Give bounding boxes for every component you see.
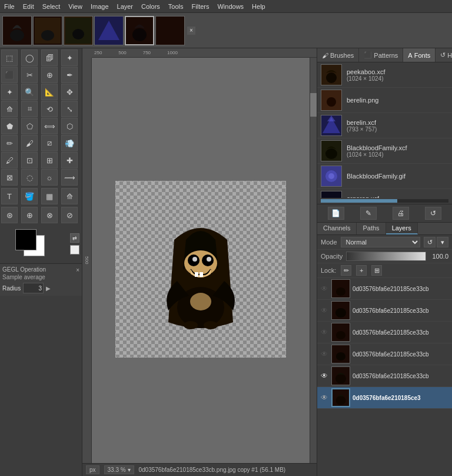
tab-channels[interactable]: Channels	[317, 223, 357, 234]
status-unit[interactable]: px	[86, 465, 99, 474]
tool-zoom[interactable]: 🔍	[21, 84, 38, 100]
tab-paths[interactable]: Paths	[357, 223, 385, 234]
strip-thumb-6[interactable]	[155, 16, 185, 45]
tool-text[interactable]: T	[1, 188, 18, 204]
menu-file[interactable]: File	[0, 2, 19, 11]
menu-view[interactable]: View	[64, 2, 87, 11]
tool-paintbrush[interactable]: 🖌	[21, 135, 38, 151]
tool-blur[interactable]: ◌	[21, 169, 38, 186]
file-item-blackblood-gif[interactable]: BlackbloodFamily.gif	[317, 164, 452, 189]
tool-color-picker[interactable]: ✦	[1, 84, 18, 100]
tab-history[interactable]: ↺ History	[436, 48, 452, 62]
tool-clone[interactable]: ⊞	[41, 152, 58, 168]
lock-btn-alpha[interactable]: +	[356, 265, 367, 276]
tool-extra3[interactable]: ⊗	[41, 207, 58, 223]
layer-item-3[interactable]: 👁 0d03576bfa6e210185ce33cb	[317, 322, 452, 343]
tool-foreground-select[interactable]: ⊕	[41, 67, 58, 83]
mode-select[interactable]: Normal Multiply Screen Overlay Dissolve	[341, 237, 420, 247]
tool-align[interactable]: ⟰	[1, 101, 18, 117]
layer-visibility-1[interactable]: 👁	[320, 284, 329, 293]
tool-free-select[interactable]: 🗐	[41, 49, 58, 66]
menu-filters[interactable]: Filters	[188, 2, 214, 11]
strip-thumb-3[interactable]	[64, 16, 93, 45]
foreground-color-swatch[interactable]	[15, 229, 36, 250]
lock-btn-paint[interactable]: ✏	[341, 265, 351, 276]
menu-layer[interactable]: Layer	[113, 2, 138, 11]
tab-patterns[interactable]: ⬛ Patterns	[359, 48, 403, 62]
layer-item-6[interactable]: 👁 0d03576bfa6e210185ce3	[317, 387, 452, 409]
layer-visibility-5[interactable]: 👁	[320, 371, 329, 381]
tool-fuzzy-select[interactable]: ✦	[61, 49, 78, 66]
layer-item-5[interactable]: 👁 0d03576bfa6e210185ce33cb	[317, 365, 452, 387]
layer-visibility-3[interactable]: 👁	[320, 328, 329, 337]
file-item-berelin-xcf[interactable]: berelin.xcf (793 × 757)	[317, 113, 452, 138]
lock-btn-position[interactable]: ⊞	[371, 265, 382, 276]
gegl-expand-icon[interactable]: ▶	[46, 285, 51, 292]
layer-item-1[interactable]: 👁 0d03576bfa6e210185ce33cb	[317, 278, 452, 300]
canvas-scrollbar-v[interactable]	[310, 58, 317, 463]
layer-visibility-2[interactable]: 👁	[320, 306, 329, 315]
layer-visibility-4[interactable]: 👁	[320, 349, 329, 359]
tab-layers[interactable]: Layers	[386, 223, 418, 234]
strip-thumb-2[interactable]	[33, 16, 62, 45]
menu-tools[interactable]: Tools	[164, 2, 188, 11]
tool-smudge[interactable]: ⟿	[61, 169, 78, 186]
tool-extra4[interactable]: ⊘	[61, 207, 78, 223]
panel-btn-new[interactable]: 📄	[328, 207, 344, 220]
tab-fonts[interactable]: A Fonts	[403, 48, 436, 62]
tool-extra1[interactable]: ⊛	[1, 207, 18, 223]
tool-curves[interactable]: ⟰	[61, 188, 78, 204]
strip-close-button[interactable]: ×	[187, 27, 195, 35]
menu-help[interactable]: Help	[248, 2, 270, 11]
gegl-close[interactable]: ×	[76, 267, 79, 273]
file-item-blackblood-xcf[interactable]: BlackbloodFamily.xcf (1024 × 1024)	[317, 138, 452, 164]
tool-dodge[interactable]: ☼	[41, 169, 58, 186]
tool-rotate[interactable]: ⟲	[41, 101, 58, 117]
strip-thumb-5[interactable]	[125, 16, 154, 45]
tool-move[interactable]: ✥	[61, 84, 78, 100]
tool-mypaint[interactable]: ⊡	[21, 152, 38, 168]
tool-perspective-clone[interactable]: ⊠	[1, 169, 18, 186]
tool-measure[interactable]: 📐	[41, 84, 58, 100]
layer-item-4[interactable]: 👁 0d03576bfa6e210185ce33cb	[317, 343, 452, 365]
tool-heal[interactable]: ✚	[61, 152, 78, 168]
panel-btn-refresh[interactable]: ↺	[425, 207, 441, 220]
tool-airbrush[interactable]: 💨	[61, 135, 78, 151]
canvas-content[interactable]	[92, 58, 310, 463]
tab-brushes[interactable]: 🖌 Brushes	[317, 48, 359, 62]
tool-ink[interactable]: 🖊	[1, 152, 18, 168]
opacity-slider[interactable]	[346, 252, 426, 261]
menu-edit[interactable]: Edit	[19, 2, 38, 11]
default-colors-btn[interactable]	[70, 245, 79, 254]
tool-scale[interactable]: ⤡	[61, 101, 78, 117]
strip-thumb-4[interactable]	[94, 16, 124, 45]
panel-btn-print[interactable]: 🖨	[393, 207, 409, 220]
tool-shear[interactable]: ⬟	[1, 118, 18, 134]
layer-item-2[interactable]: 👁 0d03576bfa6e210185ce33cb	[317, 300, 452, 322]
file-item-ergereg[interactable]: ergereg.xcf (1024 × 1024)	[317, 189, 452, 198]
file-item-berelin-png[interactable]: berelin.png	[317, 88, 452, 113]
tool-flip[interactable]: ⟺	[41, 118, 58, 134]
tool-blend[interactable]: ▦	[41, 188, 58, 204]
tool-scissor-select[interactable]: ✂	[21, 67, 38, 83]
tool-rect-select[interactable]: ⬚	[1, 49, 18, 66]
tool-cage[interactable]: ⬡	[61, 118, 78, 134]
menu-windows[interactable]: Windows	[213, 2, 248, 11]
menu-image[interactable]: Image	[87, 2, 113, 11]
strip-thumb-1[interactable]	[2, 16, 32, 45]
mode-btn-expand[interactable]: ▾	[437, 237, 448, 247]
zoom-dropdown-icon[interactable]: ▾	[128, 467, 131, 473]
mode-btn-reset[interactable]: ↺	[424, 237, 436, 247]
tool-eraser[interactable]: ⧄	[41, 135, 58, 151]
status-zoom[interactable]: 33.3 % ▾	[104, 465, 134, 474]
tool-select-by-color[interactable]: ⬛	[1, 67, 18, 83]
panel-btn-edit[interactable]: ✎	[360, 207, 377, 220]
menu-select[interactable]: Select	[38, 2, 65, 11]
swap-colors-btn[interactable]: ⇄	[70, 233, 79, 243]
gegl-radius-input[interactable]	[23, 283, 44, 293]
tool-crop[interactable]: ⌗	[21, 101, 38, 117]
tool-perspective[interactable]: ⬠	[21, 118, 38, 134]
tool-bucket-fill[interactable]: 🪣	[21, 188, 38, 204]
tool-ellipse-select[interactable]: ◯	[21, 49, 38, 66]
file-item-peekaboo[interactable]: peekaboo.xcf (1024 × 1024)	[317, 62, 452, 88]
